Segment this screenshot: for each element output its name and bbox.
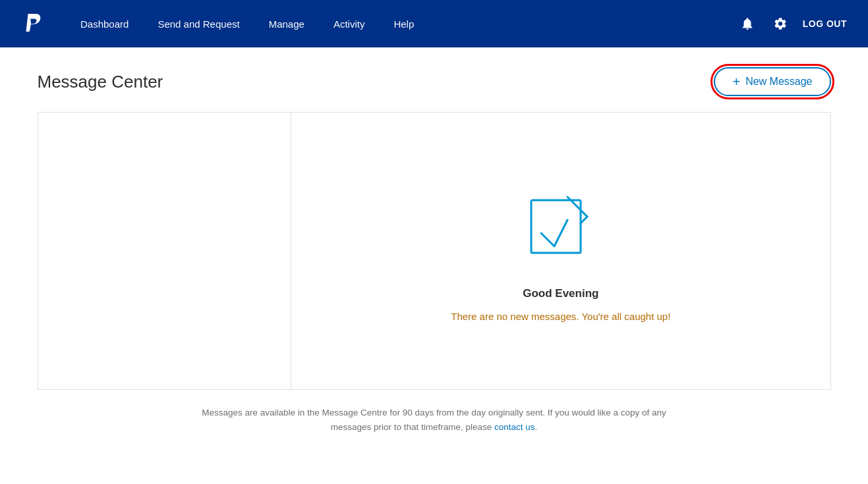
footer-line1: Messages are available in the Message Ce… [202, 408, 666, 417]
nav-dashboard[interactable]: Dashboard [66, 0, 143, 47]
new-message-label: New Message [745, 76, 812, 88]
contact-us-link[interactable]: contact us [494, 422, 535, 432]
footer-note: Messages are available in the Message Ce… [38, 406, 831, 454]
empty-state-greeting: Good Evening [523, 287, 598, 300]
footer-line2: messages prior to that timeframe, please [331, 422, 492, 432]
message-list-panel [38, 113, 292, 389]
paypal-logo[interactable] [21, 12, 45, 36]
message-panels: Good Evening There are no new messages. … [38, 112, 831, 390]
message-detail-panel: Good Evening There are no new messages. … [291, 113, 830, 389]
main-nav: Dashboard Send and Request Manage Activi… [0, 0, 868, 47]
empty-state-message: There are no new messages. You're all ca… [451, 311, 670, 322]
page-title: Message Center [38, 72, 163, 92]
footer-period: . [535, 422, 538, 432]
page-header: Message Center + New Message [38, 67, 831, 96]
nav-send-and-request[interactable]: Send and Request [143, 0, 254, 47]
notification-icon[interactable] [737, 13, 758, 34]
nav-help[interactable]: Help [379, 0, 428, 47]
nav-links: Dashboard Send and Request Manage Activi… [66, 0, 737, 47]
nav-manage[interactable]: Manage [254, 0, 319, 47]
nav-right: LOG OUT [737, 13, 847, 34]
nav-activity[interactable]: Activity [319, 0, 380, 47]
new-message-button[interactable]: + New Message [714, 67, 830, 96]
logout-button[interactable]: LOG OUT [803, 18, 847, 29]
settings-icon[interactable] [770, 13, 791, 34]
empty-state-icon [518, 180, 604, 269]
new-message-plus-icon: + [732, 75, 740, 88]
page-content: Message Center + New Message [19, 47, 850, 454]
